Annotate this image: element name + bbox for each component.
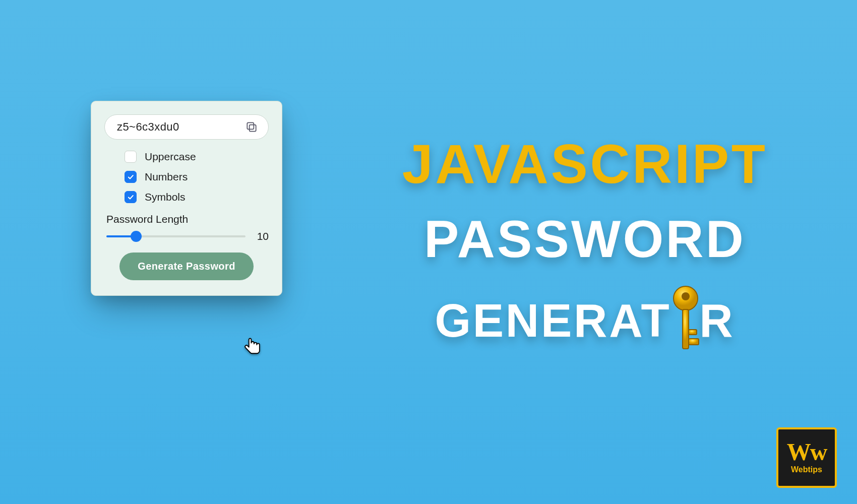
svg-rect-6	[689, 339, 699, 345]
option-uppercase: Uppercase	[125, 151, 269, 163]
option-label: Symbols	[145, 191, 186, 203]
svg-rect-0	[250, 125, 256, 132]
hero-line-3: GENERAT R	[343, 285, 827, 356]
hero-line-3-pre: GENERAT	[435, 293, 671, 348]
password-value: z5~6c3xdu0	[117, 120, 179, 134]
length-slider[interactable]	[106, 230, 246, 242]
svg-rect-1	[247, 122, 254, 129]
length-row: 10	[106, 230, 269, 242]
copy-icon[interactable]	[245, 120, 258, 134]
option-label: Uppercase	[145, 151, 196, 163]
option-label: Numbers	[145, 171, 188, 183]
badge-logo: Ww	[787, 441, 827, 463]
svg-rect-4	[683, 309, 689, 349]
password-generator-card: z5~6c3xdu0 Uppercase Numbers Symbols Pas…	[91, 101, 282, 296]
option-numbers: Numbers	[125, 171, 269, 183]
checkbox-uppercase[interactable]	[125, 151, 137, 163]
generate-password-button[interactable]: Generate Password	[119, 253, 254, 280]
checkbox-symbols[interactable]	[125, 191, 137, 203]
hero-line-3-post: R	[699, 293, 734, 348]
length-value: 10	[255, 230, 269, 242]
hero-line-2: PASSWORD	[343, 213, 827, 265]
checkbox-numbers[interactable]	[125, 171, 137, 183]
badge-label: Webtips	[791, 465, 822, 474]
svg-rect-5	[689, 330, 697, 335]
webtips-badge: Ww Webtips	[776, 427, 837, 488]
svg-point-3	[682, 292, 690, 300]
hero-line-1: JAVASCRIPT	[343, 136, 827, 192]
length-label: Password Length	[106, 213, 269, 225]
password-output-field[interactable]: z5~6c3xdu0	[104, 114, 269, 140]
cursor-pointer-icon	[242, 335, 264, 357]
key-icon	[669, 285, 702, 356]
option-symbols: Symbols	[125, 191, 269, 203]
options-group: Uppercase Numbers Symbols	[125, 151, 269, 203]
hero-title: JAVASCRIPT PASSWORD GENERAT R	[343, 136, 827, 356]
